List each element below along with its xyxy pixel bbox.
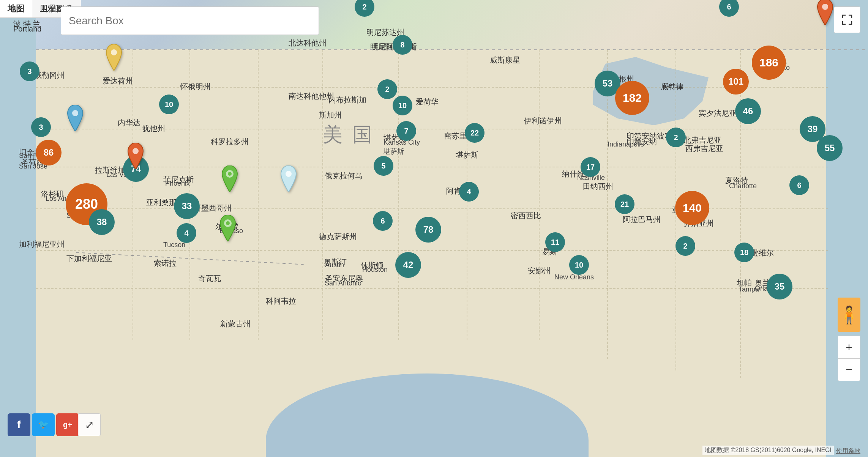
cluster-46-penn[interactable]: 46	[735, 98, 761, 124]
cluster-186-toronto[interactable]: 186	[752, 46, 786, 80]
cluster-22-mo[interactable]: 22	[465, 123, 485, 143]
pin-topright[interactable]	[816, 0, 835, 27]
svg-point-19	[822, 4, 828, 10]
pin-oklahoma[interactable]	[279, 165, 298, 194]
svg-point-22	[286, 171, 292, 177]
svg-point-24	[226, 221, 230, 225]
plus-icon: +	[846, 341, 852, 354]
cluster-10-iowa2[interactable]: 10	[393, 96, 412, 115]
cluster-3-ca[interactable]: 3	[31, 117, 51, 137]
svg-point-21	[228, 172, 232, 176]
cluster-17-nash[interactable]: 17	[581, 157, 600, 177]
pin-nevada[interactable]	[66, 105, 85, 133]
cluster-182-chicago2[interactable]: 182	[615, 81, 649, 115]
zoom-controls: + −	[838, 336, 860, 381]
pegman-icon[interactable]: 🧍	[838, 298, 860, 332]
expand-icon: ⤢	[85, 419, 94, 431]
cluster-140-atl[interactable]: 140	[675, 191, 709, 225]
expand-button[interactable]: ⤢	[78, 413, 101, 436]
atlantic-ocean	[826, 0, 868, 457]
pin-elpaso[interactable]	[218, 215, 237, 243]
cluster-6-tx[interactable]: 6	[373, 211, 393, 231]
cluster-86-sf[interactable]: 86	[36, 140, 62, 165]
cluster-18-jax[interactable]: 18	[734, 243, 754, 262]
cluster-8-mn[interactable]: 8	[393, 35, 412, 55]
fb-icon: f	[17, 419, 21, 431]
svg-point-16	[111, 49, 117, 55]
cluster-33-phoenix[interactable]: 33	[174, 193, 200, 219]
cluster-38-sd[interactable]: 38	[89, 209, 115, 235]
cluster-4-tucson[interactable]: 4	[177, 223, 196, 243]
svg-point-17	[72, 110, 78, 116]
facebook-button[interactable]: f	[8, 413, 30, 436]
cluster-2-iowa[interactable]: 2	[377, 79, 397, 99]
pin-colorado[interactable]	[220, 165, 239, 194]
cluster-55-dc2[interactable]: 55	[817, 135, 843, 161]
search-input[interactable]	[61, 6, 319, 35]
tw-icon: 🐦	[38, 420, 49, 430]
cluster-7-kc[interactable]: 7	[396, 121, 416, 141]
person-figure: 🧍	[838, 305, 860, 325]
map-attribution: 地图数据 ©2018 GS(2011)6020 Google, INEGI	[702, 446, 834, 455]
cluster-35-tampa[interactable]: 35	[767, 274, 792, 299]
use-terms-link[interactable]: 使用条款	[836, 447, 860, 455]
fullscreen-button[interactable]	[834, 6, 860, 33]
pin-lasvegas[interactable]	[126, 143, 145, 171]
pin-idaho[interactable]	[104, 44, 123, 72]
cluster-101-detroit[interactable]: 101	[723, 69, 749, 95]
cluster-2-sc[interactable]: 2	[675, 236, 695, 256]
cluster-42-houston[interactable]: 42	[395, 252, 421, 278]
cluster-5-ok[interactable]: 5	[374, 156, 393, 176]
zoom-in-button[interactable]: +	[838, 336, 860, 358]
minus-icon: −	[846, 363, 852, 376]
zoom-out-button[interactable]: −	[838, 358, 860, 381]
search-box-container	[61, 6, 319, 35]
cluster-11-la2[interactable]: 11	[545, 232, 565, 252]
svg-point-18	[133, 148, 139, 154]
cluster-4-ark[interactable]: 4	[459, 182, 479, 202]
tab-map[interactable]: 地图	[0, 0, 32, 17]
map-container: 美 国 地图 卫星图像 四雅图 Portland 波 特 兰 俄勒冈州 爱达荷州…	[0, 0, 868, 457]
cluster-3-nw[interactable]: 3	[20, 61, 39, 81]
canada-border	[36, 49, 868, 50]
cluster-2-wv[interactable]: 2	[666, 128, 686, 147]
social-buttons: f 🐦 g+	[8, 413, 79, 436]
twitter-button[interactable]: 🐦	[32, 413, 55, 436]
googleplus-button[interactable]: g+	[56, 413, 79, 436]
cluster-21-al[interactable]: 21	[615, 194, 634, 214]
cluster-78-tx2[interactable]: 78	[415, 217, 441, 243]
cluster-6-nc[interactable]: 6	[789, 175, 809, 195]
cluster-10-wyoming[interactable]: 10	[159, 95, 179, 114]
cluster-10-no[interactable]: 10	[569, 255, 589, 275]
gp-icon: g+	[63, 421, 72, 429]
